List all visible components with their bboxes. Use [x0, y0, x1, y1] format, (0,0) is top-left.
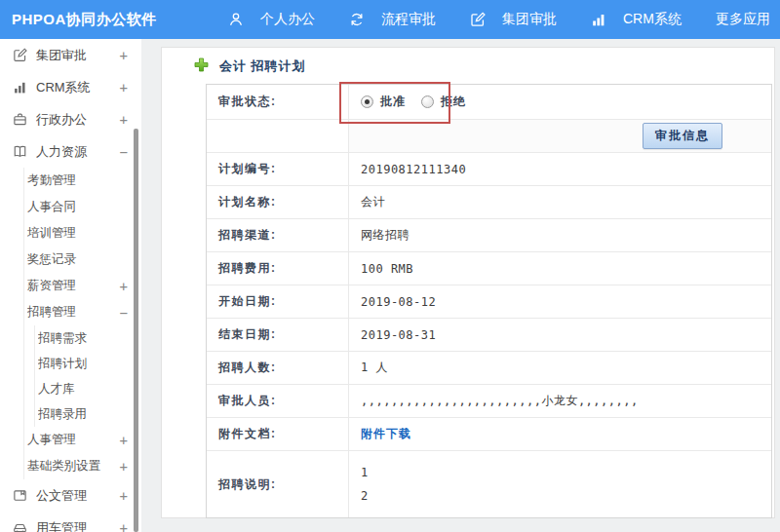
sidebar-item-base-category[interactable]: 基础类别设置 +: [24, 453, 141, 479]
sidebar-item-recruit-mgmt[interactable]: 招聘管理 −: [24, 299, 141, 325]
sidebar-item-label: 人事管理: [27, 432, 120, 448]
form-row-plan-number: 计划编号: 20190812111340: [207, 153, 771, 186]
field-label: 计划名称:: [207, 186, 349, 218]
radio-reject-label: 拒绝: [441, 94, 466, 110]
field-value: 2019-08-31: [349, 319, 771, 351]
description-line: 1: [361, 466, 369, 479]
sidebar-item-recruit-hire[interactable]: 招聘录用: [35, 401, 141, 427]
expand-icon[interactable]: +: [120, 520, 128, 532]
plus-icon: [194, 57, 209, 75]
sidebar-item-crm[interactable]: CRM系统 +: [0, 71, 141, 103]
sidebar-item-label: 招聘录用: [38, 406, 128, 423]
field-value: 1 2: [349, 451, 771, 517]
field-value: 2019-08-12: [349, 285, 771, 318]
sidebar-item-recruit-plan[interactable]: 招聘计划: [35, 351, 141, 376]
expand-icon[interactable]: +: [120, 112, 128, 128]
sidebar-item-admin-office[interactable]: 行政办公 +: [0, 103, 141, 135]
app-logo: PHPOA协同办公软件: [0, 11, 185, 29]
form-row-channel: 招聘渠道: 网络招聘: [207, 219, 771, 252]
approval-form: 审批状态: 批准 拒绝 审批信息 计划编号: 20: [206, 84, 772, 518]
collapse-icon[interactable]: −: [120, 305, 128, 321]
field-label: 招聘渠道:: [207, 219, 349, 251]
sidebar-item-training[interactable]: 培训管理: [24, 220, 141, 247]
field-value: 20190812111340: [349, 153, 771, 185]
nav-label: 流程审批: [381, 11, 436, 28]
sidebar-item-label: 人力资源: [36, 143, 120, 161]
sidebar-item-label: 奖惩记录: [27, 251, 128, 268]
sidebar-item-personnel-mgmt[interactable]: 人事管理 +: [24, 427, 141, 453]
form-row-description: 招聘说明: 1 2: [207, 451, 771, 517]
chart-icon: [12, 80, 27, 95]
expand-icon[interactable]: +: [120, 48, 128, 63]
attachment-download-link[interactable]: 附件下载: [361, 426, 411, 442]
car-icon: [12, 520, 27, 532]
form-row-button: 审批信息: [207, 120, 771, 153]
expand-icon[interactable]: +: [120, 80, 128, 95]
nav-label: 集团审批: [502, 11, 557, 28]
expand-icon[interactable]: +: [120, 279, 128, 294]
field-label-empty: [207, 120, 349, 152]
field-value: 会计: [349, 186, 771, 218]
form-row-start-date: 开始日期: 2019-08-12: [207, 285, 771, 319]
top-bar: PHPOA协同办公软件 个人办公 流程审批 集团审批 CRM系统: [0, 0, 780, 39]
sidebar-item-label: 基础类别设置: [27, 458, 120, 475]
nav-item-personal-office[interactable]: 个人办公: [228, 11, 315, 28]
radio-approve-label: 批准: [380, 94, 406, 110]
nav-label: CRM系统: [623, 11, 682, 28]
radio-reject[interactable]: [421, 95, 434, 108]
field-label: 招聘人数:: [207, 352, 349, 384]
sidebar-item-hr[interactable]: 人力资源 −: [0, 135, 141, 168]
collapse-icon[interactable]: −: [120, 144, 128, 160]
sidebar-item-group-approval[interactable]: 集团审批 +: [0, 39, 141, 71]
sidebar-item-attendance[interactable]: 考勤管理: [24, 168, 141, 194]
sidebar-item-label: 用车管理: [36, 519, 120, 532]
form-row-approvers: 审批人员: ,,,,,,,,,,,,,,,,,,,,,,,,小龙女,,,,,,,…: [207, 385, 771, 418]
edit-icon: [470, 12, 486, 27]
status-options: 批准 拒绝: [349, 85, 771, 119]
expand-icon[interactable]: +: [120, 488, 128, 504]
hr-submenu: 考勤管理 人事合同 培训管理 奖惩记录 薪资管理 + 招聘管理 − 招聘需求: [23, 168, 141, 479]
nav-label: 个人办公: [260, 11, 315, 28]
sidebar-scrollbar[interactable]: [134, 129, 138, 532]
form-row-plan-name: 计划名称: 会计: [207, 186, 771, 219]
user-icon: [228, 12, 244, 27]
sidebar-item-label: 集团审批: [36, 47, 120, 64]
sidebar-item-recruit-demand[interactable]: 招聘需求: [35, 325, 141, 351]
approval-info-button[interactable]: 审批信息: [643, 123, 722, 149]
sidebar-item-talent-pool[interactable]: 人才库: [35, 376, 141, 401]
sidebar-item-hr-contract[interactable]: 人事合同: [24, 194, 141, 220]
book-icon: [12, 144, 27, 160]
sidebar-item-label: 招聘计划: [38, 356, 128, 372]
nav-item-process-approval[interactable]: 流程审批: [349, 11, 436, 28]
sidebar-item-salary[interactable]: 薪资管理 +: [24, 273, 141, 299]
field-label: 审批人员:: [207, 385, 349, 417]
edit-icon: [12, 48, 27, 63]
sidebar-item-vehicle-mgmt[interactable]: 用车管理 +: [0, 512, 141, 532]
sidebar-item-label: 招聘管理: [27, 304, 120, 321]
radio-approve[interactable]: [361, 95, 373, 108]
sidebar-item-label: 培训管理: [27, 225, 128, 242]
form-row-status: 审批状态: 批准 拒绝: [207, 85, 771, 120]
field-label: 附件文档:: [207, 418, 349, 450]
expand-icon[interactable]: +: [120, 459, 128, 475]
page-title: 会计 招聘计划: [219, 57, 306, 75]
content-panel: 会计 招聘计划 审批状态: 批准 拒绝 审批信息: [161, 47, 775, 518]
form-row-attachment: 附件文档: 附件下载: [207, 418, 771, 451]
field-value: ,,,,,,,,,,,,,,,,,,,,,,,,小龙女,,,,,,,,: [349, 385, 771, 417]
content-area: 会计 招聘计划 审批状态: 批准 拒绝 审批信息: [141, 39, 780, 532]
sidebar-item-label: 考勤管理: [27, 172, 128, 189]
chart-icon: [591, 12, 606, 27]
doc-icon: [12, 488, 27, 504]
field-value: 网络招聘: [349, 219, 771, 251]
nav-item-crm[interactable]: CRM系统: [591, 11, 682, 28]
field-value: 附件下载: [349, 418, 771, 450]
nav-item-more-apps[interactable]: 更多应用 ▼: [716, 11, 780, 28]
form-row-cost: 招聘费用: 100 RMB: [207, 252, 771, 285]
expand-icon[interactable]: +: [120, 433, 128, 448]
sidebar-item-rewards[interactable]: 奖惩记录: [24, 247, 141, 273]
field-value: 100 RMB: [349, 252, 771, 285]
sidebar-item-label: 行政办公: [36, 111, 120, 129]
nav-item-group-approval[interactable]: 集团审批: [470, 11, 557, 28]
sidebar-item-document-mgmt[interactable]: 公文管理 +: [0, 479, 141, 512]
recruit-submenu: 招聘需求 招聘计划 人才库 招聘录用: [34, 325, 141, 427]
